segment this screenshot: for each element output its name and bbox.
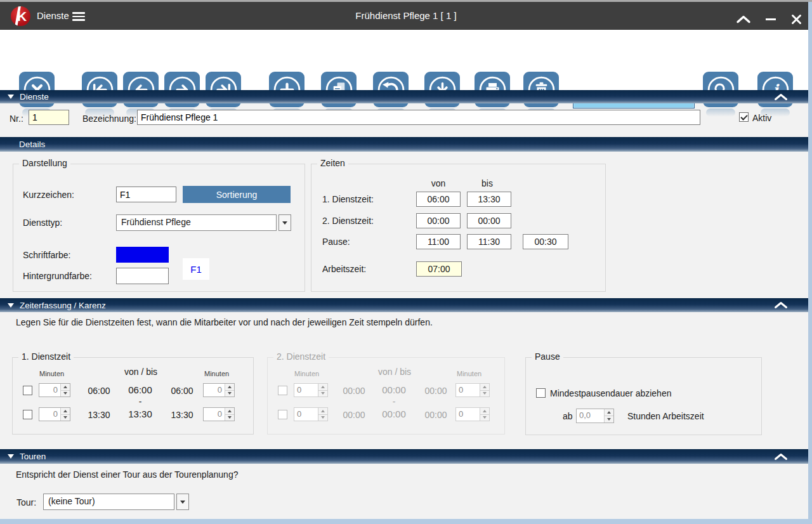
- touren-question: Entspricht der Dienst einer Tour aus der…: [16, 469, 238, 480]
- window-bottom-border: [0, 519, 812, 524]
- hintergrundfarbe-label: Hintergrundfarbe:: [23, 271, 92, 281]
- chevron-up-icon: [774, 93, 788, 100]
- chevron-up-icon: [736, 15, 751, 23]
- section-title-zeiterfassung: Zeiterfassung / Karenz: [20, 301, 106, 310]
- bis-column-label: bis: [473, 178, 502, 188]
- karenz-row2-checkbox[interactable]: [23, 410, 32, 419]
- window-right-border: [808, 2, 812, 524]
- mindestpause-checkbox[interactable]: [536, 388, 546, 398]
- karenz-dienstzeit1-groupbox: 1. Dienstzeit Minuten von / bis Minuten …: [12, 357, 254, 435]
- spinner-arrows[interactable]: [60, 408, 70, 421]
- farb-preview: F1: [183, 258, 209, 280]
- spinner-arrows[interactable]: [604, 409, 613, 422]
- section-header-zeiterfassung[interactable]: Zeiterfassung / Karenz: [0, 298, 808, 312]
- karenz-pause-groupbox: Pause Mindestpausendauer abziehen ab 0,0…: [525, 357, 762, 435]
- chevron-up-icon: [774, 453, 788, 460]
- schriftfarbe-label: Schriftfarbe:: [23, 250, 70, 260]
- bezeichnung-label: Bezeichnung:: [82, 114, 136, 124]
- zeit-von-mitte: 06:00: [117, 384, 163, 395]
- section-title-dienste: Dienste: [20, 92, 49, 102]
- ab-label: ab: [563, 411, 573, 421]
- chevron-down-icon: [180, 501, 185, 504]
- zeit-von-mitte: 00:00: [371, 384, 417, 395]
- dropdown-button[interactable]: [176, 494, 189, 510]
- spinner-arrows: [318, 408, 327, 421]
- diensttyp-dropdown[interactable]: Frühdienst Pflege: [116, 214, 291, 231]
- minimize-button[interactable]: [763, 13, 779, 25]
- schriftfarbe-swatch[interactable]: [116, 247, 169, 263]
- minimize-icon: [766, 18, 776, 20]
- section-collapse-button-dienste[interactable]: [774, 93, 788, 100]
- mindestpause-label: Mindestpausendauer abziehen: [550, 388, 671, 398]
- app-window: K Dienste Frühdienst Pflege 1 [ 1 ]: [0, 0, 812, 524]
- spinner-arrows[interactable]: [225, 384, 234, 396]
- aktiv-label: Aktiv: [752, 113, 771, 123]
- section-header-dienste[interactable]: Dienste: [0, 90, 808, 103]
- nr-label: Nr.:: [10, 114, 23, 124]
- chevron-up-icon: [774, 302, 788, 309]
- karenz-pause-title: Pause: [532, 351, 563, 362]
- dienstzeit1-von-field[interactable]: 06:00: [416, 192, 461, 207]
- dienstzeit2-bis-field[interactable]: 00:00: [467, 213, 511, 228]
- diensttyp-value: Frühdienst Pflege: [116, 214, 277, 231]
- aktiv-checkbox[interactable]: [739, 112, 749, 122]
- minuten-nach-spinner-row2[interactable]: 0: [203, 407, 235, 421]
- section-collapse-button-zeiterfassung[interactable]: [774, 302, 788, 309]
- karenz-row1-checkbox[interactable]: [23, 386, 32, 395]
- kurzzeichen-field[interactable]: [116, 187, 176, 202]
- kurzzeichen-label: Kurzzeichen:: [23, 190, 74, 200]
- stunden-spinner[interactable]: 0,0: [576, 409, 614, 423]
- dienstzeit1-label: 1. Dienstzeit:: [322, 194, 374, 204]
- collapse-triangle-icon: [8, 303, 14, 308]
- zeit-von-2: 06:00: [163, 386, 201, 396]
- spinner-arrows[interactable]: [225, 408, 234, 421]
- vonbis-label: von / bis: [366, 367, 423, 377]
- collapse-triangle-icon: [8, 454, 14, 459]
- arbeitszeit-field: 07:00: [416, 261, 462, 277]
- minuten-vor-spinner-row2[interactable]: 0: [39, 407, 70, 421]
- pause-dauer-field[interactable]: 00:30: [523, 234, 568, 249]
- section-title-details: Details: [19, 140, 45, 149]
- zeiterfassung-description: Legen Sie für die Dienstzeiten fest, wan…: [16, 317, 433, 327]
- collapse-triangle-icon: [8, 95, 14, 99]
- close-window-button[interactable]: [788, 13, 804, 25]
- spinner-arrows: [318, 384, 327, 396]
- minuten-label-left: Minuten: [294, 370, 319, 377]
- spinner-arrows[interactable]: [60, 384, 70, 396]
- zeit-bis-mitte: 00:00: [371, 409, 417, 419]
- dienstzeit1-bis-field[interactable]: 13:30: [467, 192, 511, 207]
- pause-bis-field[interactable]: 11:30: [467, 234, 511, 249]
- spinner-arrows: [480, 408, 489, 421]
- zeit-trenner: -: [381, 396, 407, 407]
- bezeichnung-field[interactable]: [137, 110, 700, 125]
- minuten-nach-spinner-row1: 0: [455, 383, 490, 397]
- spinner-arrows: [480, 384, 489, 396]
- zeiten-title: Zeiten: [317, 158, 348, 168]
- section-header-touren[interactable]: Touren: [0, 449, 808, 464]
- minuten-nach-spinner-row1[interactable]: 0: [203, 383, 235, 397]
- zeit-von: 00:00: [335, 386, 373, 396]
- tour-value: (keine Tour): [43, 494, 174, 510]
- nr-field[interactable]: [29, 110, 69, 125]
- zeit-bis: 00:00: [335, 410, 373, 420]
- dienstzeit2-von-field[interactable]: 00:00: [416, 213, 461, 228]
- karenz-dienstzeit2-groupbox: 2. Dienstzeit Minuten von / bis Minuten …: [267, 357, 505, 435]
- sortierung-button[interactable]: Sortierung: [183, 186, 291, 203]
- minuten-label-right: Minuten: [204, 370, 229, 377]
- minuten-vor-spinner-row1[interactable]: 0: [39, 383, 70, 397]
- chevron-down-icon: [282, 221, 287, 225]
- von-column-label: von: [424, 178, 453, 188]
- pause-von-field[interactable]: 11:00: [416, 234, 461, 249]
- tour-dropdown[interactable]: (keine Tour): [43, 494, 189, 510]
- dienstzeit2-label: 2. Dienstzeit:: [322, 216, 374, 226]
- minuten-vor-spinner-row1: 0: [294, 383, 328, 397]
- collapse-window-button[interactable]: [735, 13, 752, 25]
- hintergrundfarbe-swatch[interactable]: [116, 268, 169, 284]
- title-bar: K Dienste Frühdienst Pflege 1 [ 1 ]: [0, 2, 812, 30]
- section-header-details: Details: [0, 137, 808, 152]
- vonbis-label: von / bis: [112, 367, 169, 377]
- section-collapse-button-touren[interactable]: [774, 453, 788, 460]
- karenz-dienstzeit1-title: 1. Dienstzeit: [18, 351, 74, 362]
- dropdown-button[interactable]: [278, 214, 291, 231]
- zeit-bis-2: 00:00: [417, 410, 455, 420]
